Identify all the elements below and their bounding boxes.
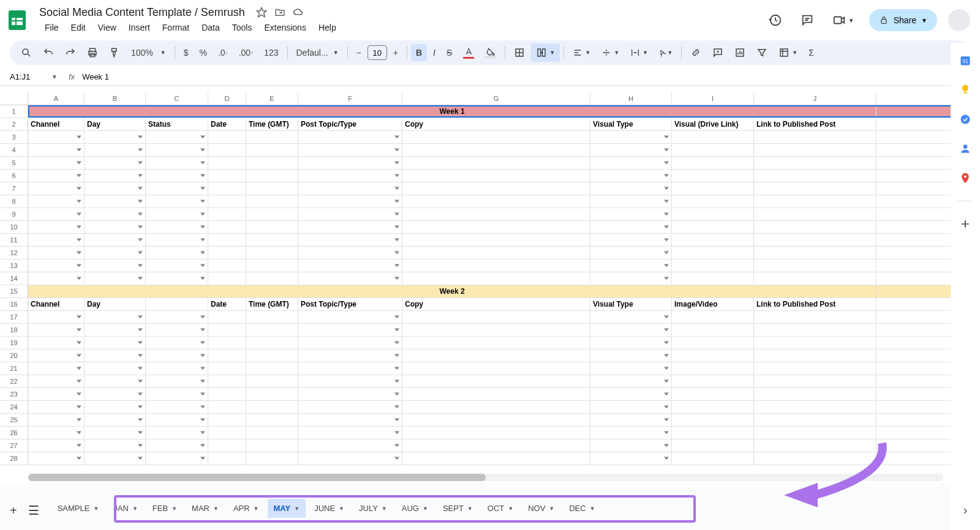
cell[interactable]	[28, 157, 85, 169]
row-header[interactable]: 17	[0, 311, 28, 324]
col-header[interactable]: H	[590, 92, 672, 105]
cell[interactable]	[246, 362, 298, 375]
cell[interactable]	[672, 349, 754, 362]
fill-color-icon[interactable]	[480, 43, 501, 62]
print-icon[interactable]	[82, 43, 103, 62]
cell[interactable]	[28, 234, 85, 246]
cell[interactable]	[85, 208, 146, 220]
menu-file[interactable]: File	[39, 20, 64, 35]
cell[interactable]	[146, 414, 208, 426]
font-decrease-icon[interactable]: −	[352, 44, 366, 61]
cell[interactable]	[28, 195, 85, 207]
contacts-icon[interactable]	[959, 142, 972, 155]
italic-icon[interactable]: I	[428, 44, 440, 61]
zoom-select[interactable]: 100%▼	[126, 44, 171, 61]
cell[interactable]	[298, 439, 402, 452]
history-icon[interactable]	[765, 10, 786, 31]
cell[interactable]	[298, 247, 402, 259]
row-header[interactable]: 13	[0, 259, 28, 272]
cell[interactable]	[246, 337, 298, 349]
col-header[interactable]: J	[754, 92, 876, 105]
menu-insert[interactable]: Insert	[123, 20, 156, 35]
cell[interactable]: Status	[146, 118, 208, 130]
spreadsheet-grid[interactable]: A B C D E F G H I J 12345678910111213141…	[0, 92, 951, 474]
cell[interactable]	[754, 452, 876, 465]
cell[interactable]	[146, 208, 208, 220]
cell[interactable]	[754, 247, 876, 259]
cell[interactable]	[298, 427, 402, 439]
cell[interactable]	[146, 272, 208, 285]
row-header[interactable]: 14	[0, 272, 28, 285]
share-button[interactable]: Share ▼	[869, 9, 937, 31]
cell[interactable]	[754, 324, 876, 336]
cell[interactable]	[402, 388, 590, 400]
cell[interactable]	[590, 349, 672, 362]
menu-view[interactable]: View	[92, 20, 122, 35]
cell[interactable]	[85, 324, 146, 336]
cell[interactable]	[208, 131, 246, 143]
row-header[interactable]: 7	[0, 182, 28, 195]
row-header[interactable]: 6	[0, 170, 28, 182]
cell[interactable]	[146, 349, 208, 362]
cell[interactable]	[590, 272, 672, 285]
cell[interactable]	[590, 170, 672, 182]
cell[interactable]	[28, 221, 85, 233]
cell[interactable]	[208, 208, 246, 220]
cell[interactable]	[672, 414, 754, 426]
sheet-tab-july[interactable]: JULY▼	[353, 499, 393, 518]
cell[interactable]	[85, 311, 146, 323]
cell[interactable]	[672, 375, 754, 387]
horizontal-scrollbar[interactable]	[28, 474, 943, 481]
cell[interactable]	[590, 414, 672, 426]
cell[interactable]	[85, 427, 146, 439]
cell[interactable]	[298, 414, 402, 426]
cell[interactable]	[146, 401, 208, 413]
cell[interactable]	[146, 439, 208, 452]
search-icon[interactable]	[16, 43, 37, 62]
cell[interactable]	[298, 375, 402, 387]
row-header[interactable]: 25	[0, 414, 28, 427]
cell[interactable]	[28, 259, 85, 272]
row-header[interactable]: 21	[0, 362, 28, 375]
cell[interactable]	[28, 182, 85, 195]
cell[interactable]	[246, 427, 298, 439]
cell[interactable]	[246, 234, 298, 246]
cell[interactable]	[298, 182, 402, 195]
doc-title[interactable]: Social Media Content Template / Semrush	[39, 6, 245, 19]
cell[interactable]: Copy	[402, 298, 590, 310]
link-icon[interactable]	[685, 43, 706, 62]
cell[interactable]	[85, 259, 146, 272]
cell[interactable]: Channel	[28, 118, 85, 130]
bold-icon[interactable]: B	[411, 44, 427, 61]
cell[interactable]	[28, 388, 85, 400]
cell[interactable]	[146, 311, 208, 323]
cell[interactable]	[28, 131, 85, 143]
cell[interactable]	[246, 375, 298, 387]
select-all-corner[interactable]	[0, 92, 28, 105]
cell[interactable]	[402, 375, 590, 387]
tasks-icon[interactable]	[959, 113, 972, 126]
text-color-icon[interactable]: A	[458, 43, 479, 62]
cell[interactable]	[402, 170, 590, 182]
cell[interactable]	[298, 311, 402, 323]
row-header[interactable]: 23	[0, 388, 28, 401]
cell[interactable]	[672, 272, 754, 285]
cell[interactable]	[28, 247, 85, 259]
row-header[interactable]: 15	[0, 285, 28, 298]
cell[interactable]	[298, 388, 402, 400]
cell[interactable]	[208, 337, 246, 349]
cell[interactable]	[208, 195, 246, 207]
font-select[interactable]: Defaul...▼	[292, 44, 344, 61]
cell[interactable]	[246, 414, 298, 426]
cell[interactable]	[146, 182, 208, 195]
col-header[interactable]: F	[298, 92, 402, 105]
formula-bar[interactable]: Week 1	[82, 72, 974, 81]
cell[interactable]	[246, 349, 298, 362]
maps-icon[interactable]	[959, 171, 972, 185]
cell[interactable]	[85, 247, 146, 259]
cell[interactable]	[298, 157, 402, 169]
row-header[interactable]: 22	[0, 375, 28, 388]
cell[interactable]	[146, 170, 208, 182]
menu-extensions[interactable]: Extensions	[258, 20, 311, 35]
row-header[interactable]: 2	[0, 118, 28, 131]
